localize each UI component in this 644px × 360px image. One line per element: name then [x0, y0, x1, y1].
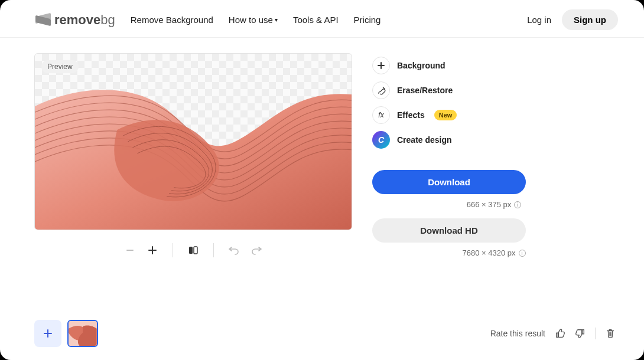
fx-icon: fx	[372, 106, 390, 124]
download-hd-meta: 7680 × 4320 px i	[372, 243, 616, 267]
tools-panel: Background Erase/Restore fx Effects New …	[372, 57, 616, 149]
login-link[interactable]: Log in	[527, 15, 551, 25]
svg-rect-1	[194, 247, 197, 254]
result-image	[35, 54, 352, 230]
undo-button[interactable]	[228, 244, 240, 256]
tool-background[interactable]: Background	[372, 57, 616, 74]
rate-label: Rate this result	[490, 329, 545, 338]
svg-rect-0	[189, 247, 193, 254]
new-badge: New	[434, 110, 457, 120]
preview-canvas[interactable]: Preview	[34, 53, 352, 230]
add-image-button[interactable]	[34, 320, 61, 347]
thumbnail-selected[interactable]	[67, 320, 98, 347]
thumbs-down-button[interactable]	[575, 328, 586, 339]
nav: Remove Background How to use▾ Tools & AP…	[131, 15, 381, 25]
thumbs-up-button[interactable]	[555, 328, 565, 339]
logo-text-bold: remove	[54, 12, 100, 27]
nav-remove-background[interactable]: Remove Background	[131, 15, 213, 25]
info-icon[interactable]: i	[514, 201, 521, 208]
logo-mark-icon	[35, 15, 51, 25]
canva-icon: C	[372, 131, 390, 149]
logo[interactable]: removebg	[35, 12, 115, 28]
header: removebg Remove Background How to use▾ T…	[0, 0, 644, 38]
chevron-down-icon: ▾	[275, 17, 278, 23]
nav-how-to-use[interactable]: How to use▾	[229, 15, 278, 25]
download-button[interactable]: Download	[372, 170, 526, 194]
tool-erase-restore[interactable]: Erase/Restore	[372, 81, 616, 99]
plus-icon	[44, 329, 52, 338]
info-icon[interactable]: i	[519, 250, 526, 257]
logo-text-light: bg	[100, 12, 115, 27]
nav-tools-api[interactable]: Tools & API	[293, 15, 339, 25]
delete-button[interactable]	[605, 328, 616, 339]
zoom-in-button[interactable]	[147, 244, 158, 256]
zoom-out-button[interactable]	[124, 244, 136, 256]
plus-icon	[372, 57, 390, 74]
download-meta: 666 × 375 px i	[372, 194, 616, 218]
preview-badge: Preview	[41, 60, 79, 73]
compare-button[interactable]	[187, 244, 199, 256]
redo-button[interactable]	[251, 244, 262, 256]
nav-pricing[interactable]: Pricing	[354, 15, 381, 25]
tool-create-design[interactable]: C Create design	[372, 131, 616, 149]
download-hd-button[interactable]: Download HD	[372, 218, 526, 243]
canvas-toolbar	[34, 230, 352, 257]
signup-button[interactable]: Sign up	[562, 9, 618, 30]
tool-effects[interactable]: fx Effects New	[372, 106, 616, 124]
thumbnails	[34, 320, 98, 347]
brush-icon	[372, 81, 390, 99]
